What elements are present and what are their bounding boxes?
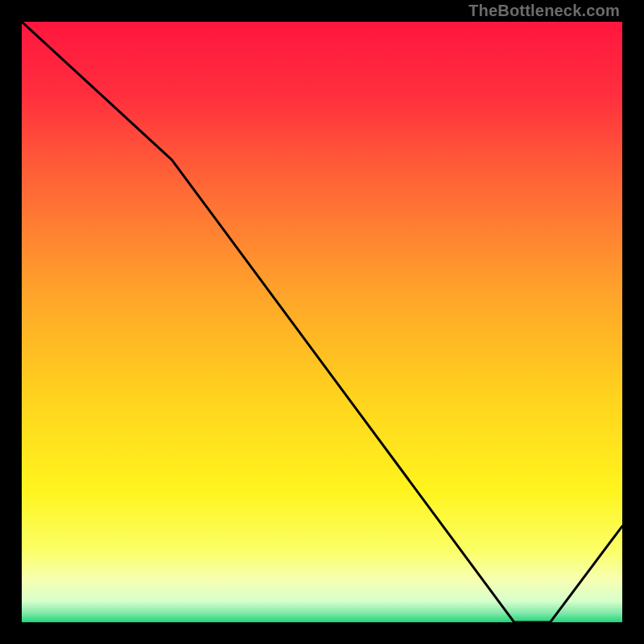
chart-frame: { "watermark": "TheBottleneck.com", "leg… (0, 0, 644, 644)
plot-area (22, 22, 622, 622)
watermark-text: TheBottleneck.com (469, 2, 620, 20)
bottleneck-curve (22, 22, 622, 622)
